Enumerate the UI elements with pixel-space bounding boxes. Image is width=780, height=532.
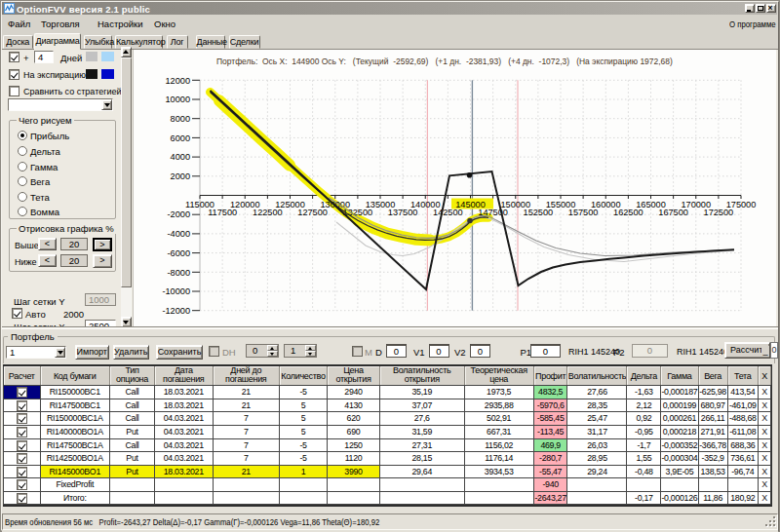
svg-text:-6000: -6000	[168, 248, 191, 258]
svg-text:152500: 152500	[524, 208, 554, 217]
svg-text:122500: 122500	[253, 208, 283, 217]
svg-text:10000: 10000	[165, 95, 190, 104]
svg-text:12000: 12000	[165, 76, 190, 86]
svg-text:167500: 167500	[658, 208, 688, 217]
svg-text:117500: 117500	[208, 208, 237, 217]
svg-text:-8000: -8000	[168, 268, 191, 278]
svg-text:4000: 4000	[171, 152, 190, 162]
svg-text:2000: 2000	[171, 171, 190, 181]
svg-text:8000: 8000	[171, 114, 190, 124]
svg-text:-4000: -4000	[168, 229, 191, 239]
svg-text:142500: 142500	[433, 208, 463, 217]
svg-text:6000: 6000	[171, 133, 190, 143]
svg-text:-10000: -10000	[162, 286, 190, 296]
svg-text:-12000: -12000	[162, 306, 190, 316]
svg-text:137500: 137500	[388, 208, 418, 217]
svg-text:157500: 157500	[568, 208, 599, 217]
svg-text:162500: 162500	[613, 208, 644, 217]
svg-text:172500: 172500	[704, 208, 734, 217]
svg-text:127500: 127500	[297, 208, 328, 217]
svg-text:-2000: -2000	[168, 209, 191, 219]
